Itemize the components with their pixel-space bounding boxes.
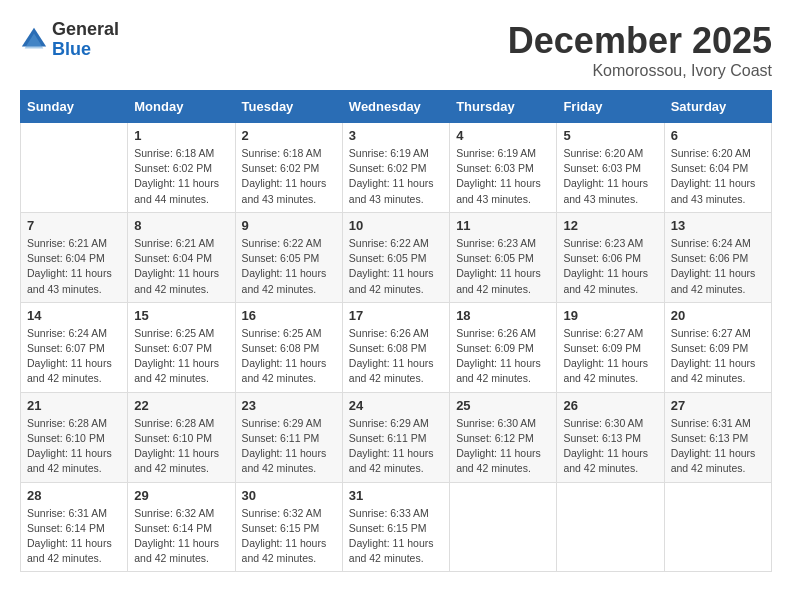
title-section: December 2025 Komorossou, Ivory Coast	[508, 20, 772, 80]
day-info: Sunrise: 6:24 AMSunset: 6:06 PMDaylight:…	[671, 236, 765, 297]
page-header: General Blue December 2025 Komorossou, I…	[20, 20, 772, 80]
calendar-cell: 29Sunrise: 6:32 AMSunset: 6:14 PMDayligh…	[128, 482, 235, 572]
calendar-header: SundayMondayTuesdayWednesdayThursdayFrid…	[21, 91, 772, 123]
day-of-week-header: Friday	[557, 91, 664, 123]
calendar-week-row: 7Sunrise: 6:21 AMSunset: 6:04 PMDaylight…	[21, 212, 772, 302]
calendar-cell: 3Sunrise: 6:19 AMSunset: 6:02 PMDaylight…	[342, 123, 449, 213]
day-number: 30	[242, 488, 336, 503]
calendar-cell: 23Sunrise: 6:29 AMSunset: 6:11 PMDayligh…	[235, 392, 342, 482]
logo-text: General Blue	[52, 20, 119, 60]
day-number: 6	[671, 128, 765, 143]
day-info: Sunrise: 6:22 AMSunset: 6:05 PMDaylight:…	[349, 236, 443, 297]
calendar-week-row: 21Sunrise: 6:28 AMSunset: 6:10 PMDayligh…	[21, 392, 772, 482]
day-number: 19	[563, 308, 657, 323]
day-info: Sunrise: 6:20 AMSunset: 6:04 PMDaylight:…	[671, 146, 765, 207]
calendar-cell	[21, 123, 128, 213]
calendar-body: 1Sunrise: 6:18 AMSunset: 6:02 PMDaylight…	[21, 123, 772, 572]
day-info: Sunrise: 6:23 AMSunset: 6:06 PMDaylight:…	[563, 236, 657, 297]
logo-blue: Blue	[52, 40, 119, 60]
day-number: 22	[134, 398, 228, 413]
calendar-cell: 28Sunrise: 6:31 AMSunset: 6:14 PMDayligh…	[21, 482, 128, 572]
day-number: 29	[134, 488, 228, 503]
logo-icon	[20, 26, 48, 54]
day-number: 21	[27, 398, 121, 413]
calendar-cell: 17Sunrise: 6:26 AMSunset: 6:08 PMDayligh…	[342, 302, 449, 392]
day-number: 15	[134, 308, 228, 323]
calendar-cell	[664, 482, 771, 572]
calendar-cell: 27Sunrise: 6:31 AMSunset: 6:13 PMDayligh…	[664, 392, 771, 482]
day-info: Sunrise: 6:24 AMSunset: 6:07 PMDaylight:…	[27, 326, 121, 387]
day-number: 2	[242, 128, 336, 143]
day-info: Sunrise: 6:29 AMSunset: 6:11 PMDaylight:…	[349, 416, 443, 477]
day-number: 31	[349, 488, 443, 503]
day-info: Sunrise: 6:25 AMSunset: 6:07 PMDaylight:…	[134, 326, 228, 387]
logo: General Blue	[20, 20, 119, 60]
day-info: Sunrise: 6:21 AMSunset: 6:04 PMDaylight:…	[27, 236, 121, 297]
day-number: 7	[27, 218, 121, 233]
calendar-cell: 25Sunrise: 6:30 AMSunset: 6:12 PMDayligh…	[450, 392, 557, 482]
day-number: 18	[456, 308, 550, 323]
calendar-cell: 26Sunrise: 6:30 AMSunset: 6:13 PMDayligh…	[557, 392, 664, 482]
calendar-cell: 31Sunrise: 6:33 AMSunset: 6:15 PMDayligh…	[342, 482, 449, 572]
calendar-cell: 18Sunrise: 6:26 AMSunset: 6:09 PMDayligh…	[450, 302, 557, 392]
day-number: 24	[349, 398, 443, 413]
calendar-cell: 10Sunrise: 6:22 AMSunset: 6:05 PMDayligh…	[342, 212, 449, 302]
day-number: 8	[134, 218, 228, 233]
day-info: Sunrise: 6:30 AMSunset: 6:13 PMDaylight:…	[563, 416, 657, 477]
day-info: Sunrise: 6:28 AMSunset: 6:10 PMDaylight:…	[134, 416, 228, 477]
day-number: 5	[563, 128, 657, 143]
day-info: Sunrise: 6:27 AMSunset: 6:09 PMDaylight:…	[563, 326, 657, 387]
day-number: 23	[242, 398, 336, 413]
calendar-cell: 19Sunrise: 6:27 AMSunset: 6:09 PMDayligh…	[557, 302, 664, 392]
calendar-cell: 9Sunrise: 6:22 AMSunset: 6:05 PMDaylight…	[235, 212, 342, 302]
day-number: 27	[671, 398, 765, 413]
day-number: 3	[349, 128, 443, 143]
day-info: Sunrise: 6:33 AMSunset: 6:15 PMDaylight:…	[349, 506, 443, 567]
day-info: Sunrise: 6:30 AMSunset: 6:12 PMDaylight:…	[456, 416, 550, 477]
day-of-week-header: Saturday	[664, 91, 771, 123]
calendar-cell: 13Sunrise: 6:24 AMSunset: 6:06 PMDayligh…	[664, 212, 771, 302]
day-number: 10	[349, 218, 443, 233]
day-info: Sunrise: 6:20 AMSunset: 6:03 PMDaylight:…	[563, 146, 657, 207]
day-info: Sunrise: 6:26 AMSunset: 6:09 PMDaylight:…	[456, 326, 550, 387]
day-of-week-header: Monday	[128, 91, 235, 123]
day-info: Sunrise: 6:32 AMSunset: 6:15 PMDaylight:…	[242, 506, 336, 567]
day-of-week-header: Wednesday	[342, 91, 449, 123]
day-info: Sunrise: 6:19 AMSunset: 6:02 PMDaylight:…	[349, 146, 443, 207]
day-number: 14	[27, 308, 121, 323]
calendar-cell: 24Sunrise: 6:29 AMSunset: 6:11 PMDayligh…	[342, 392, 449, 482]
calendar-cell: 5Sunrise: 6:20 AMSunset: 6:03 PMDaylight…	[557, 123, 664, 213]
calendar-cell	[557, 482, 664, 572]
day-number: 28	[27, 488, 121, 503]
day-info: Sunrise: 6:31 AMSunset: 6:13 PMDaylight:…	[671, 416, 765, 477]
day-number: 12	[563, 218, 657, 233]
day-number: 4	[456, 128, 550, 143]
day-info: Sunrise: 6:28 AMSunset: 6:10 PMDaylight:…	[27, 416, 121, 477]
calendar-week-row: 14Sunrise: 6:24 AMSunset: 6:07 PMDayligh…	[21, 302, 772, 392]
calendar-cell	[450, 482, 557, 572]
day-number: 13	[671, 218, 765, 233]
day-info: Sunrise: 6:26 AMSunset: 6:08 PMDaylight:…	[349, 326, 443, 387]
day-number: 1	[134, 128, 228, 143]
calendar-cell: 21Sunrise: 6:28 AMSunset: 6:10 PMDayligh…	[21, 392, 128, 482]
day-info: Sunrise: 6:32 AMSunset: 6:14 PMDaylight:…	[134, 506, 228, 567]
day-number: 11	[456, 218, 550, 233]
calendar-cell: 7Sunrise: 6:21 AMSunset: 6:04 PMDaylight…	[21, 212, 128, 302]
calendar-week-row: 28Sunrise: 6:31 AMSunset: 6:14 PMDayligh…	[21, 482, 772, 572]
day-info: Sunrise: 6:23 AMSunset: 6:05 PMDaylight:…	[456, 236, 550, 297]
day-info: Sunrise: 6:27 AMSunset: 6:09 PMDaylight:…	[671, 326, 765, 387]
calendar-cell: 30Sunrise: 6:32 AMSunset: 6:15 PMDayligh…	[235, 482, 342, 572]
location: Komorossou, Ivory Coast	[508, 62, 772, 80]
day-info: Sunrise: 6:18 AMSunset: 6:02 PMDaylight:…	[134, 146, 228, 207]
header-row: SundayMondayTuesdayWednesdayThursdayFrid…	[21, 91, 772, 123]
day-number: 20	[671, 308, 765, 323]
day-of-week-header: Tuesday	[235, 91, 342, 123]
day-number: 16	[242, 308, 336, 323]
day-of-week-header: Sunday	[21, 91, 128, 123]
day-number: 9	[242, 218, 336, 233]
calendar-cell: 16Sunrise: 6:25 AMSunset: 6:08 PMDayligh…	[235, 302, 342, 392]
day-info: Sunrise: 6:29 AMSunset: 6:11 PMDaylight:…	[242, 416, 336, 477]
day-number: 17	[349, 308, 443, 323]
calendar-cell: 1Sunrise: 6:18 AMSunset: 6:02 PMDaylight…	[128, 123, 235, 213]
calendar-cell: 14Sunrise: 6:24 AMSunset: 6:07 PMDayligh…	[21, 302, 128, 392]
